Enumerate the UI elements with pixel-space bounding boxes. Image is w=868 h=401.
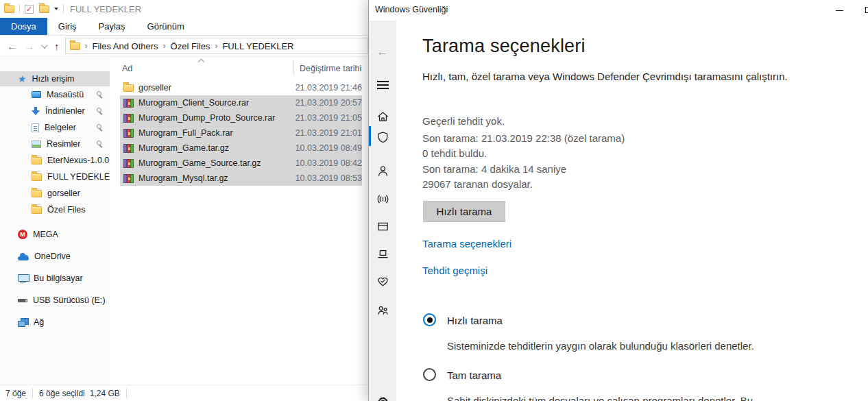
sidebar-item-downloads[interactable]: İndirilenler xyxy=(0,103,110,119)
threat-history-link[interactable]: Tehdit geçmişi xyxy=(422,265,487,276)
breadcrumb-item[interactable]: Özel Files xyxy=(171,41,210,51)
column-divider[interactable] xyxy=(293,60,294,75)
file-row[interactable]: Murogram_Mysql.tar.gz 10.03.2019 08:53 xyxy=(120,171,362,186)
file-explorer-window: ✓ FULL YEDEKLER Dosya Giriş Paylaş Görün… xyxy=(0,0,368,401)
winrar-archive-icon xyxy=(123,114,134,123)
tab-giris[interactable]: Giriş xyxy=(47,18,88,35)
properties-check-icon[interactable]: ✓ xyxy=(25,5,34,14)
app-browser-control-icon[interactable] xyxy=(369,220,396,233)
forward-arrow-icon[interactable]: → xyxy=(24,40,34,52)
full-scan-description: Sabit diskinizdeki tüm dosyaları ve çalı… xyxy=(447,395,831,401)
quick-scan-radio-label[interactable]: Hızlı tarama xyxy=(447,315,503,326)
shield-icon[interactable] xyxy=(369,131,396,144)
sidebar-item-ozel-files[interactable]: Özel Files xyxy=(0,202,110,218)
maximize-icon[interactable] xyxy=(865,7,868,13)
minimize-icon[interactable] xyxy=(836,10,843,11)
recent-locations-caret-icon[interactable] xyxy=(41,42,48,49)
column-header-date[interactable]: Değiştirme tarihi xyxy=(300,64,361,73)
selection-count: 6 öğe seçildi xyxy=(39,389,85,398)
desktop-icon xyxy=(32,91,41,98)
status-line: Son tarama: 21.03.2019 22:38 (özel taram… xyxy=(422,131,625,147)
item-count: 7 öğe xyxy=(5,389,26,398)
divider xyxy=(63,4,64,14)
file-row[interactable]: Murogram_Client_Source.rar 21.03.2019 20… xyxy=(120,95,362,110)
file-row[interactable]: Murogram_Game.tar.gz 10.03.2019 08:49 xyxy=(120,141,362,156)
column-headers: Ad Değiştirme tarihi xyxy=(110,58,368,77)
status-line: Son tarama: 4 dakika 14 saniye xyxy=(422,162,625,178)
pin-icon xyxy=(96,124,103,131)
file-row[interactable]: Murogram_Dump_Proto_Source.rar 21.03.201… xyxy=(120,110,362,125)
scan-status: Geçerli tehdit yok. Son tarama: 21.03.20… xyxy=(422,114,625,193)
breadcrumb-item[interactable]: FULL YEDEKLER xyxy=(222,41,293,51)
file-row[interactable]: gorseller 21.03.2019 21:46 xyxy=(120,80,362,95)
tab-gorunum[interactable]: Görünüm xyxy=(136,18,195,35)
home-icon[interactable] xyxy=(369,110,396,123)
full-scan-radio[interactable] xyxy=(423,368,436,381)
file-list: Ad Değiştirme tarihi gorseller 21.03.201… xyxy=(110,58,368,385)
new-folder-icon[interactable] xyxy=(39,5,49,13)
scan-options-link[interactable]: Tarama seçenekleri xyxy=(422,238,511,250)
security-nav-rail: ← xyxy=(369,21,396,401)
winrar-archive-icon xyxy=(123,144,134,153)
back-arrow-icon[interactable]: ← xyxy=(369,45,396,59)
status-line: Geçerli tehdit yok. xyxy=(422,114,625,130)
column-header-name[interactable]: Ad xyxy=(122,64,132,73)
folder-icon xyxy=(32,157,42,165)
status-line: 29067 taranan dosyalar. xyxy=(422,177,625,193)
back-arrow-icon[interactable]: ← xyxy=(7,40,17,52)
ribbon-tabs: Dosya Giriş Paylaş Görünüm xyxy=(0,18,368,36)
settings-gear-icon[interactable] xyxy=(369,396,396,401)
device-health-icon[interactable] xyxy=(369,275,396,288)
winrar-archive-icon xyxy=(123,99,134,108)
onedrive-cloud-icon xyxy=(18,253,29,260)
sidebar-item-documents[interactable]: Belgeler xyxy=(0,119,110,136)
navigation-bar: ← → ↑ › Files And Others › Özel Files › … xyxy=(0,36,368,57)
mega-icon: M xyxy=(18,230,27,239)
address-bar[interactable]: › Files And Others › Özel Files › FULL Y… xyxy=(65,38,369,54)
file-row[interactable]: Murogram_Full_Pack.rar 21.03.2019 21:01 xyxy=(120,125,362,141)
customize-caret-icon[interactable] xyxy=(54,8,58,10)
tab-paylas[interactable]: Paylaş xyxy=(88,18,136,35)
menu-icon[interactable] xyxy=(369,80,396,92)
sidebar-item-gorseller[interactable]: gorseller xyxy=(0,185,110,202)
usb-drive-icon xyxy=(18,299,27,302)
pin-icon xyxy=(96,91,103,98)
pin-icon xyxy=(96,108,103,114)
winrar-archive-icon xyxy=(123,174,134,183)
quick-scan-button[interactable]: Hızlı tarama xyxy=(423,201,505,222)
sidebar-item-pictures[interactable]: Resimler xyxy=(0,136,110,152)
pin-icon xyxy=(96,141,103,147)
sidebar-item-usb-drive[interactable]: USB Sürücüsü (E:) xyxy=(0,289,110,311)
firewall-network-icon[interactable] xyxy=(369,193,396,206)
family-options-icon[interactable] xyxy=(369,304,396,317)
window-title: Windows Güvenliği xyxy=(375,5,448,14)
folder-icon xyxy=(32,206,42,214)
quick-scan-radio[interactable] xyxy=(423,313,436,326)
sidebar-item-onedrive[interactable]: OneDrive xyxy=(0,245,110,267)
device-security-icon[interactable] xyxy=(369,247,396,260)
sidebar-item-network[interactable]: Ağ xyxy=(0,311,110,333)
tab-dosya[interactable]: Dosya xyxy=(0,18,47,35)
file-row[interactable]: Murogram_Game_Source.tar.gz 10.03.2019 0… xyxy=(120,156,362,171)
sidebar-item-mega[interactable]: M MEGA xyxy=(0,223,110,245)
app-folder-icon xyxy=(4,5,14,13)
navigation-pane: ★ Hızlı erişim Masaüstü İndirilenler Bel… xyxy=(0,58,110,385)
folder-icon xyxy=(123,84,134,92)
sidebar-item-eternexus[interactable]: EterNexus-1.0.0.0.2a xyxy=(0,152,110,169)
full-scan-radio-label[interactable]: Tam tarama xyxy=(447,369,501,381)
network-icon xyxy=(18,318,28,326)
sort-ascending-icon xyxy=(198,59,205,66)
downloads-icon xyxy=(32,107,40,116)
sidebar-item-quick-access[interactable]: ★ Hızlı erişim xyxy=(0,71,110,86)
account-protection-icon[interactable] xyxy=(369,165,396,178)
breadcrumb-item[interactable]: Files And Others xyxy=(93,41,158,51)
sidebar-item-desktop[interactable]: Masaüstü xyxy=(0,86,110,103)
sidebar-item-full-yedekler[interactable]: FULL YEDEKLER xyxy=(0,169,110,185)
page-subtitle: Hızlı, tam, özel tarama veya Windows Def… xyxy=(422,69,813,84)
sidebar-item-this-pc[interactable]: Bu bilgisayar xyxy=(0,267,110,289)
status-line: 0 tehdit buldu. xyxy=(422,146,625,162)
winrar-archive-icon xyxy=(123,159,134,168)
windows-security-window: Windows Güvenliği ← xyxy=(368,0,868,401)
up-arrow-icon[interactable]: ↑ xyxy=(54,40,60,52)
documents-icon xyxy=(32,123,39,132)
